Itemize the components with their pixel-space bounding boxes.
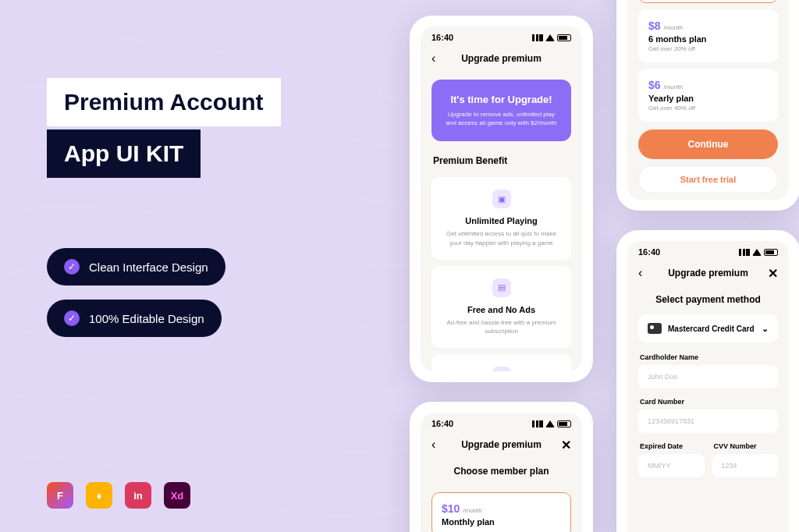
- quiz-icon: ♣: [492, 367, 511, 371]
- cardnumber-label: Card Number: [627, 396, 789, 410]
- payment-method-select[interactable]: Mastercard Credit Card ⌄: [638, 314, 778, 342]
- card-icon: [648, 323, 662, 334]
- continue-button[interactable]: Continue: [638, 129, 778, 159]
- section-title: Select payment method: [627, 286, 789, 314]
- section-title: Choose member plan: [421, 458, 582, 486]
- plan-name: 6 months plan: [648, 34, 768, 44]
- plan-price: $6: [648, 79, 661, 91]
- status-icons: [739, 249, 778, 256]
- figma-icon: F: [47, 482, 73, 509]
- feature-label: Clean Interface Design: [89, 261, 208, 274]
- upgrade-banner: It's time for Upgrade! Upgrade to remove…: [431, 80, 571, 141]
- plan-card-monthly[interactable]: Monthly plan Recurring monthly billing: [638, 0, 778, 3]
- back-icon[interactable]: ‹: [431, 438, 435, 452]
- check-icon: ✓: [64, 310, 80, 326]
- plan-price: $10: [442, 502, 460, 515]
- plan-desc: Get over 40% off: [648, 105, 768, 112]
- benefit-title: Unlimited Playing: [442, 216, 560, 225]
- plan-name: Yearly plan: [648, 94, 768, 103]
- back-icon[interactable]: ‹: [431, 51, 435, 66]
- invision-icon: in: [125, 482, 151, 509]
- hero-title-line1: Premium Account: [47, 78, 281, 126]
- feature-pill: ✓ 100% Editable Design: [47, 300, 222, 337]
- plan-card-monthly[interactable]: $10 /month Monthly plan: [431, 492, 571, 532]
- benefit-card: ▤ Free and No Ads Ad-free and hassle-fre…: [431, 266, 571, 348]
- phone-mockup-benefits: 16:40 ‹ Upgrade premium It's time for Up…: [410, 16, 593, 382]
- benefit-desc: Ad-free and hassle-free with a premium s…: [442, 318, 560, 335]
- banner-title: It's time for Upgrade!: [442, 94, 560, 105]
- plan-card-yearly[interactable]: $6 /month Yearly plan Get over 40% off: [638, 69, 778, 122]
- status-time: 16:40: [431, 33, 453, 42]
- cvv-label: CVV Number: [712, 441, 779, 454]
- screen-title: Upgrade premium: [461, 439, 542, 450]
- screen-title: Upgrade premium: [668, 268, 748, 278]
- chevron-down-icon: ⌄: [762, 324, 769, 334]
- check-icon: ✓: [64, 259, 80, 275]
- benefit-card: ♣ Unlimited quiz Get unlimited access to…: [431, 354, 571, 371]
- xd-icon: Xd: [164, 482, 190, 509]
- cardholder-input[interactable]: John Doe: [638, 365, 778, 388]
- close-icon[interactable]: ✕: [768, 266, 778, 281]
- plan-desc: Get over 20% off: [648, 45, 768, 52]
- phone-mockup-choose-plan: 16:40 ‹ Upgrade premium ✕ Choose member …: [410, 402, 593, 532]
- cvv-input[interactable]: 1234: [712, 454, 779, 477]
- benefit-desc: Get unlimited access to all quiz to make…: [442, 229, 560, 246]
- phone-mockup-payment: 16:40 ‹ Upgrade premium ✕ Select payment…: [616, 230, 799, 532]
- benefit-title: Free and No Ads: [442, 305, 560, 314]
- plan-period: /month: [663, 83, 682, 90]
- tool-icons-row: F ♦ in Xd: [47, 482, 190, 509]
- plan-period: /month: [663, 24, 682, 31]
- benefit-card: ▣ Unlimited Playing Get unlimited access…: [431, 177, 571, 259]
- phone-mockup-plans: Monthly plan Recurring monthly billing $…: [616, 0, 799, 211]
- section-title: Premium Benefit: [421, 149, 582, 171]
- status-time: 16:40: [638, 247, 660, 257]
- status-time: 16:40: [431, 419, 453, 428]
- feature-pill: ✓ Clean Interface Design: [47, 248, 225, 286]
- status-icons: [532, 420, 571, 427]
- status-icons: [532, 34, 571, 41]
- play-icon: ▣: [492, 190, 511, 208]
- sketch-icon: ♦: [86, 482, 112, 509]
- plan-card-6months[interactable]: $8 /month 6 months plan Get over 20% off: [638, 9, 778, 62]
- hero-title-line2: App UI KIT: [47, 129, 201, 178]
- banner-subtitle: Upgrade to remove ads, unlimited play an…: [442, 110, 560, 127]
- start-trial-button[interactable]: Start free trial: [638, 165, 778, 193]
- noads-icon: ▤: [492, 278, 511, 297]
- close-icon[interactable]: ✕: [561, 438, 571, 452]
- back-icon[interactable]: ‹: [638, 266, 642, 280]
- cardnumber-input[interactable]: 123456917831: [638, 410, 778, 433]
- cardholder-label: Cardholder Name: [627, 352, 789, 365]
- plan-price: $8: [648, 20, 661, 32]
- feature-label: 100% Editable Design: [89, 312, 204, 325]
- payment-method-label: Mastercard Credit Card: [668, 325, 755, 333]
- plan-period: /month: [463, 507, 481, 514]
- plan-name: Monthly plan: [442, 517, 561, 527]
- expired-label: Expired Date: [638, 441, 705, 454]
- expired-input[interactable]: MM/YY: [638, 454, 705, 477]
- screen-title: Upgrade premium: [461, 53, 542, 64]
